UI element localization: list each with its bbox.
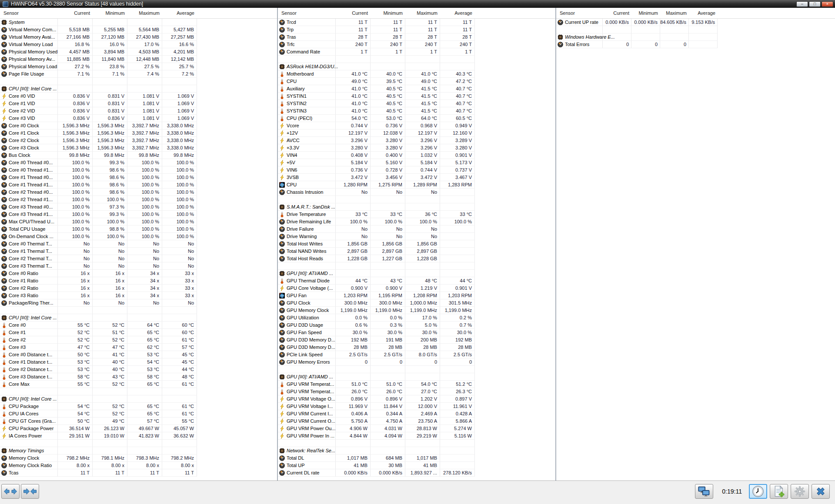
sensor-row[interactable]: Physical Memory Load27.2 %23.8 %27.5 %25… — [0, 63, 277, 70]
sensor-row[interactable]: GPU D3D Memory D...28 MB28 MB28 MB28 MB — [278, 344, 555, 351]
sensor-row[interactable]: Motherboard41.0 °C40.0 °C41.0 °C40.3 °C — [278, 70, 555, 78]
sensor-row[interactable]: Core Max55 °C52 °C65 °C61 °C — [0, 381, 277, 388]
sensor-row[interactable]: Core #1 Thread #1...100.0 %98.6 %100.0 %… — [0, 181, 277, 189]
close-sensors-button[interactable] — [812, 484, 830, 499]
sensor-row[interactable]: Page File Usage7.1 %7.1 %7.4 %7.2 % — [0, 70, 277, 78]
sensor-row[interactable]: Core #0 Ratio16 x16 x34 x33 x — [0, 270, 277, 277]
sensor-row[interactable]: Total Errors000 — [556, 41, 835, 48]
sensor-row[interactable]: Drive Temperature33 °C33 °C36 °C33 °C — [278, 211, 555, 218]
section-row[interactable]: CPU [#0]: Intel Core ... — [0, 85, 277, 93]
sensor-row[interactable]: Physical Memory Av...11,885 MB11,840 MB1… — [0, 56, 277, 63]
section-row[interactable]: ASRock H61M-DG3/U... — [278, 63, 555, 70]
sensor-row[interactable]: +12V12.197 V12.038 V12.197 V12.160 V — [278, 129, 555, 137]
sensor-row[interactable]: Memory Clock Ratio8.00 x8.00 x8.00 x8.00… — [0, 462, 277, 469]
sensor-row[interactable]: +5V5.184 V5.160 V5.184 V5.173 V — [278, 159, 555, 166]
sensor-row[interactable]: Core #3 Thread #0...100.0 %97.3 %100.0 %… — [0, 203, 277, 211]
titlebar[interactable]: HWiNFO64 v5.30-2880 Sensor Status [48 va… — [0, 0, 835, 8]
sensor-row[interactable]: Core #1 VID0.836 V0.831 V1.081 V1.069 V — [0, 100, 277, 107]
sensor-row[interactable]: Trfc240 T240 T240 T240 T — [278, 41, 555, 48]
sensor-row[interactable]: PCIe Link Speed2.5 GT/s2.5 GT/s8.0 GT/s2… — [278, 351, 555, 358]
sensor-row[interactable]: Total Host Writes1,856 GB1,856 GB1,856 G… — [278, 240, 555, 248]
sensor-row[interactable]: Max CPU/Thread U...100.0 %100.0 %100.0 %… — [0, 218, 277, 225]
sensor-row[interactable]: Core #252 °C52 °C65 °C61 °C — [0, 336, 277, 344]
sensor-row[interactable]: Tcas11 T11 T11 T11 T — [0, 469, 277, 477]
sensor-row[interactable]: IA Cores Power29.161 W19.010 W41.823 W36… — [0, 432, 277, 440]
sensor-row[interactable]: Core #347 °C47 °C62 °C57 °C — [0, 344, 277, 351]
sensor-row[interactable]: CPU IA Cores54 °C52 °C65 °C61 °C — [0, 410, 277, 418]
sensor-row[interactable]: CPU1,280 RPM1,275 RPM1,289 RPM1,283 RPM — [278, 181, 555, 189]
sensor-row[interactable]: Total DL1,017 MB684 MB1,017 MB — [278, 454, 555, 462]
sensor-row[interactable]: VIN40.408 V0.400 V1.032 V0.901 V — [278, 152, 555, 159]
sensor-row[interactable]: GPU VRM Current O...5.750 A4.750 A23.750… — [278, 418, 555, 425]
section-row[interactable]: CPU [#0]: Intel Core ... — [0, 314, 277, 322]
sensor-row[interactable]: SYSTIN141.0 °C40.5 °C41.5 °C40.7 °C — [278, 93, 555, 100]
sensor-row[interactable]: CPU GT Cores (Gra...50 °C49 °C57 °C55 °C — [0, 418, 277, 425]
sensor-row[interactable]: GPU Memory Clock1,199.0 MHz1,199.0 MHz1,… — [278, 307, 555, 314]
sensor-row[interactable]: Command Rate1 T1 T1 T1 T — [278, 48, 555, 56]
sensor-row[interactable]: Core #1 Clock1,596.3 MHz1,596.3 MHz3,392… — [0, 129, 277, 137]
sensor-row[interactable]: Physical Memory Used4,457 MB3,894 MB4,50… — [0, 48, 277, 56]
sensor-row[interactable]: GPU VRM Temperat...51.0 °C51.0 °C54.0 °C… — [278, 381, 555, 388]
sensor-row[interactable]: SYSTIN341.0 °C40.5 °C41.5 °C40.7 °C — [278, 107, 555, 115]
sensor-row[interactable]: GPU Utilization0.0 %0.0 %17.0 %0.2 % — [278, 314, 555, 322]
sensor-row[interactable]: Core #1 Thermal T...NoNoNoNo — [0, 248, 277, 255]
sensor-row[interactable]: Total NAND Writes2,897 GB2,897 GB2,897 G… — [278, 248, 555, 255]
sensor-row[interactable]: Bus Clock99.8 MHz99.8 MHz99.8 MHz99.8 MH… — [0, 152, 277, 159]
sensor-row[interactable]: CPU49.0 °C39.5 °C49.0 °C47.2 °C — [278, 78, 555, 85]
logging-report-button[interactable] — [770, 484, 788, 499]
section-row[interactable]: S.M.A.R.T.: SanDisk ... — [278, 203, 555, 211]
sensor-row[interactable]: GPU Memory Errors0000 — [278, 358, 555, 366]
sensor-row[interactable]: GPU VRM Power Ou...4.906 W4.031 W28.813 … — [278, 425, 555, 432]
sensor-row[interactable]: Core #055 °C52 °C64 °C60 °C — [0, 322, 277, 329]
sensor-row[interactable]: Core #3 Clock1,596.3 MHz1,596.3 MHz3,392… — [0, 144, 277, 152]
sensor-row[interactable]: Core #0 Thread #1...100.0 %98.6 %100.0 %… — [0, 166, 277, 174]
sensor-row[interactable]: Core #0 Thermal T...NoNoNoNo — [0, 240, 277, 248]
sensor-row[interactable]: Core #2 VID0.836 V0.831 V1.081 V1.069 V — [0, 107, 277, 115]
sensor-row[interactable]: Total Host Reads1,228 GB1,227 GB1,228 GB — [278, 255, 555, 262]
sensor-row[interactable]: Package/Ring Ther...NoNoNoNo — [0, 299, 277, 307]
sensor-row[interactable]: GPU Clock300.0 MHz300.0 MHz1,000.0 MHz30… — [278, 299, 555, 307]
sensor-row[interactable]: CPU Package54 °C52 °C65 °C61 °C — [0, 403, 277, 410]
sensor-row[interactable]: Memory Clock798.2 MHz798.1 MHz798.3 MHz7… — [0, 454, 277, 462]
settings-button[interactable] — [791, 484, 809, 499]
sensor-row[interactable]: GPU D3D Memory D...192 MB191 MB200 MB192… — [278, 336, 555, 344]
sensor-row[interactable]: Core #0 VID0.836 V0.831 V1.081 V1.069 V — [0, 93, 277, 100]
sensor-row[interactable]: Trp11 T11 T11 T11 T — [278, 26, 555, 33]
sensor-row[interactable]: CPU Package Power36.514 W26.123 W49.667 … — [0, 425, 277, 432]
sensor-row[interactable]: 3VSB3.472 V3.456 V3.472 V3.467 V — [278, 174, 555, 181]
sensor-row[interactable]: Trcd11 T11 T11 T11 T — [278, 19, 555, 26]
sensor-row[interactable]: Core #0 Distance t...50 °C41 °C53 °C45 °… — [0, 351, 277, 358]
section-row[interactable]: CPU [#0]: Intel Core ... — [0, 395, 277, 403]
sensor-row[interactable]: Virtual Memory Com...5,518 MB5,255 MB5,5… — [0, 26, 277, 33]
sensor-row[interactable]: Virtual Memory Avai...27,166 MB27,120 MB… — [0, 33, 277, 41]
sensor-row[interactable]: GPU VRM Voltage O...0.896 V0.896 V1.202 … — [278, 395, 555, 403]
sensor-row[interactable]: Drive FailureNoNoNo — [278, 225, 555, 233]
section-row[interactable]: GPU [#0]: ATI/AMD ... — [278, 373, 555, 381]
remote-sensors-button[interactable] — [695, 484, 713, 499]
sensor-row[interactable]: Current DL rate0.000 KB/s0.000 KB/s1,893… — [278, 469, 555, 477]
sensor-row[interactable]: Total CPU Usage100.0 %98.8 %100.0 %100.0… — [0, 225, 277, 233]
sensor-row[interactable]: Core #3 Ratio16 x16 x34 x33 x — [0, 292, 277, 299]
sensor-row[interactable]: GPU Thermal Diode44 °C43 °C48 °C44 °C — [278, 277, 555, 285]
sensor-row[interactable]: Vcore0.744 V0.736 V0.968 V0.949 V — [278, 122, 555, 129]
sensor-row[interactable]: Core #2 Distance t...53 °C40 °C53 °C44 °… — [0, 366, 277, 373]
sensor-row[interactable]: Core #152 °C51 °C65 °C60 °C — [0, 329, 277, 336]
sensor-row[interactable]: SYSTIN241.0 °C40.5 °C41.5 °C40.7 °C — [278, 100, 555, 107]
sensor-row[interactable]: Auxiliary41.0 °C40.5 °C41.5 °C40.7 °C — [278, 85, 555, 93]
sensor-row[interactable]: GPU Fan Speed30.0 %30.0 %30.0 %30.0 % — [278, 329, 555, 336]
sensor-row[interactable]: Core #1 Ratio16 x16 x34 x33 x — [0, 277, 277, 285]
sensor-row[interactable]: CPU (PECI)54.0 °C53.0 °C64.0 °C60.5 °C — [278, 115, 555, 122]
sensor-row[interactable]: GPU VRM Current I...0.406 A0.344 A2.469 … — [278, 410, 555, 418]
maximize-button[interactable]: □ — [809, 1, 821, 7]
sensor-row[interactable]: GPU D3D Usage0.6 %0.3 %5.0 %0.7 % — [278, 322, 555, 329]
sensor-row[interactable]: Core #2 Ratio16 x16 x34 x33 x — [0, 285, 277, 292]
sensor-row[interactable]: Core #1 Distance t...53 °C40 °C54 °C45 °… — [0, 358, 277, 366]
sensor-row[interactable]: Total UP41 MB30 MB41 MB — [278, 462, 555, 469]
sensor-row[interactable]: VIN60.736 V0.728 V0.744 V0.737 V — [278, 166, 555, 174]
sensor-row[interactable]: GPU VRM Power In ...4.844 W4.094 W29.219… — [278, 432, 555, 440]
sensor-row[interactable]: Chassis IntrusionNoNoNo — [278, 189, 555, 196]
sensor-row[interactable]: GPU VRM Temperat...26.0 °C26.0 °C27.0 °C… — [278, 388, 555, 395]
sensor-row[interactable]: Core #0 Thread #0...100.0 %99.3 %100.0 %… — [0, 159, 277, 166]
sensor-row[interactable]: Current UP rate0.000 KB/s0.000 KB/s84.60… — [556, 19, 835, 26]
uptime-clock-toggle-button[interactable] — [749, 484, 767, 499]
